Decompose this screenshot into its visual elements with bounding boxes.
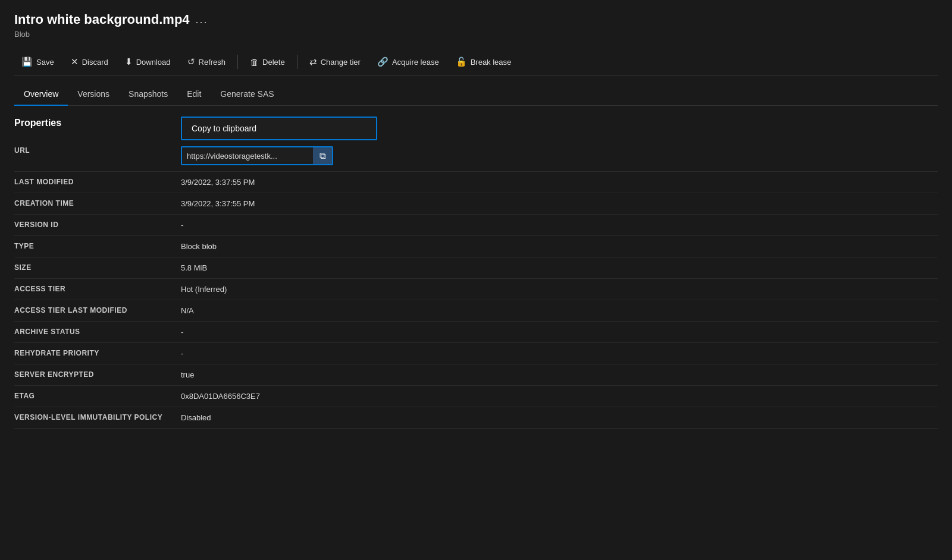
page-subtitle: Blob	[14, 30, 938, 39]
copy-to-clipboard-tooltip: Copy to clipboard	[181, 117, 377, 140]
tab-edit[interactable]: Edit	[177, 83, 211, 106]
discard-label: Discard	[82, 58, 108, 67]
prop-value-rehydrate-priority: -	[181, 343, 938, 364]
page-container: Intro white background.mp4 ... Blob 💾 Sa…	[0, 0, 952, 452]
toolbar: 💾 Save ✕ Discard ⬇ Download ↺ Refresh 🗑 …	[14, 48, 938, 76]
save-button[interactable]: 💾 Save	[14, 53, 61, 71]
acquire-lease-button[interactable]: 🔗 Acquire lease	[370, 53, 446, 71]
properties-table: URL Copy to clipboard https://videostora…	[14, 140, 938, 429]
page-title: Intro white background.mp4	[14, 12, 190, 27]
prop-label-etag: ETAG	[14, 386, 181, 407]
prop-label-version-id: VERSION ID	[14, 215, 181, 236]
prop-label-access-tier-last-modified: ACCESS TIER LAST MODIFIED	[14, 300, 181, 322]
prop-value-access-tier: Hot (Inferred)	[181, 279, 938, 300]
prop-value-url: Copy to clipboard https://videostoragete…	[181, 140, 938, 172]
acquire-lease-icon: 🔗	[377, 56, 389, 67]
prop-label-archive-status: ARCHIVE STATUS	[14, 322, 181, 343]
break-lease-button[interactable]: 🔓 Break lease	[449, 53, 519, 71]
change-tier-icon: ⇄	[309, 56, 317, 67]
download-label: Download	[136, 58, 171, 67]
prop-label-rehydrate-priority: REHYDRATE PRIORITY	[14, 343, 181, 364]
content-area: Properties URL Copy to clipboard https:/…	[14, 106, 938, 441]
prop-value-server-encrypted: true	[181, 364, 938, 386]
page-header: Intro white background.mp4 ...	[14, 12, 938, 27]
tab-snapshots[interactable]: Snapshots	[119, 83, 177, 106]
more-options-icon[interactable]: ...	[196, 14, 208, 26]
refresh-button[interactable]: ↺ Refresh	[180, 53, 233, 71]
url-input-wrapper: https://videostoragetestk... ⧉	[181, 146, 333, 165]
tabs-container: Overview Versions Snapshots Edit Generat…	[14, 83, 938, 106]
prop-value-etag: 0x8DA01DA6656C3E7	[181, 386, 938, 407]
tab-overview[interactable]: Overview	[14, 83, 68, 106]
prop-value-archive-status: -	[181, 322, 938, 343]
tab-versions[interactable]: Versions	[68, 83, 119, 106]
change-tier-label: Change tier	[321, 58, 361, 67]
prop-label-creation-time: CREATION TIME	[14, 193, 181, 215]
prop-label-server-encrypted: SERVER ENCRYPTED	[14, 364, 181, 386]
break-lease-icon: 🔓	[456, 56, 467, 67]
download-icon: ⬇	[125, 56, 133, 67]
acquire-lease-label: Acquire lease	[392, 58, 439, 67]
prop-value-size: 5.8 MiB	[181, 257, 938, 279]
prop-value-access-tier-last-modified: N/A	[181, 300, 938, 322]
copy-icon: ⧉	[320, 150, 326, 161]
delete-icon: 🗑	[250, 57, 259, 67]
tab-generate-sas[interactable]: Generate SAS	[211, 83, 283, 106]
prop-value-version-id: -	[181, 215, 938, 236]
discard-icon: ✕	[71, 56, 79, 67]
prop-label-version-immutability: VERSION-LEVEL IMMUTABILITY POLICY	[14, 407, 181, 429]
prop-value-creation-time: 3/9/2022, 3:37:55 PM	[181, 193, 938, 215]
save-icon: 💾	[21, 56, 33, 67]
save-label: Save	[36, 58, 54, 67]
toolbar-divider-1	[237, 55, 238, 69]
prop-value-last-modified: 3/9/2022, 3:37:55 PM	[181, 172, 938, 193]
url-field-container: Copy to clipboard https://videostoragete…	[181, 146, 938, 165]
delete-label: Delete	[262, 58, 285, 67]
break-lease-label: Break lease	[471, 58, 512, 67]
toolbar-divider-2	[297, 55, 298, 69]
url-display-text: https://videostoragetestk...	[182, 149, 313, 163]
discard-button[interactable]: ✕ Discard	[64, 53, 115, 71]
prop-value-version-immutability: Disabled	[181, 407, 938, 429]
prop-value-type: Block blob	[181, 236, 938, 257]
properties-section-title: Properties	[14, 118, 938, 128]
copy-tooltip-label: Copy to clipboard	[192, 124, 256, 133]
refresh-icon: ↺	[187, 56, 195, 67]
delete-button[interactable]: 🗑 Delete	[243, 54, 292, 71]
prop-label-url: URL	[14, 140, 181, 172]
prop-label-access-tier: ACCESS TIER	[14, 279, 181, 300]
refresh-label: Refresh	[199, 58, 226, 67]
download-button[interactable]: ⬇ Download	[118, 53, 178, 71]
prop-label-last-modified: LAST MODIFIED	[14, 172, 181, 193]
change-tier-button[interactable]: ⇄ Change tier	[302, 53, 368, 71]
copy-to-clipboard-button[interactable]: ⧉	[313, 147, 332, 164]
prop-label-size: SIZE	[14, 257, 181, 279]
prop-label-type: TYPE	[14, 236, 181, 257]
